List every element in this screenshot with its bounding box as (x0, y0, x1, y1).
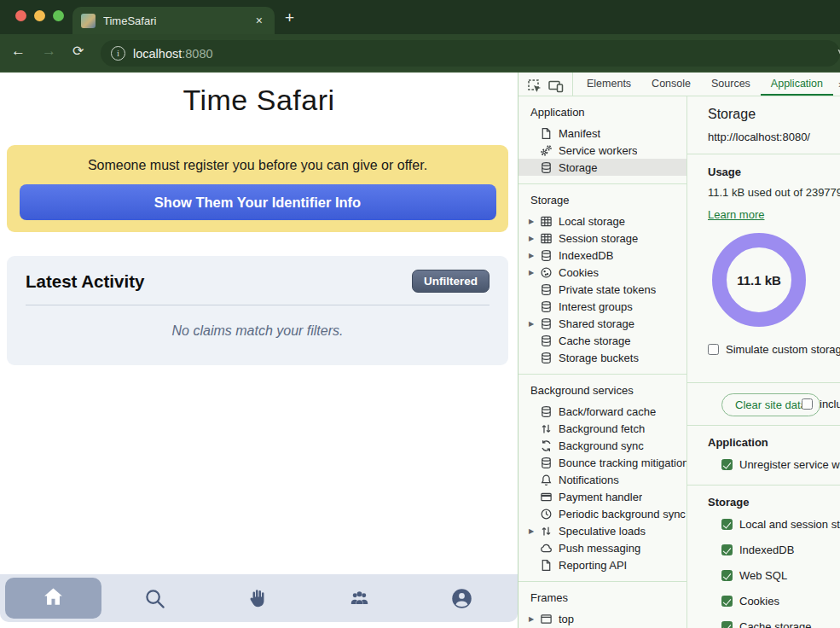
nav-item-people[interactable] (335, 574, 383, 622)
expander-icon[interactable]: ▶ (529, 615, 538, 623)
nav-item-search[interactable] (130, 574, 178, 622)
tab-close-icon[interactable]: × (252, 14, 266, 27)
sidebar-item-cache-storage[interactable]: Cache storage (518, 332, 686, 349)
cookie-icon (540, 266, 553, 279)
sidebar-item-background-sync[interactable]: Background sync (518, 437, 686, 454)
hand-icon (246, 587, 269, 610)
pane-origin: http://localhost:8080/ (708, 131, 810, 143)
empty-state-text: No claims match your filters. (7, 323, 508, 339)
checkbox-row-web-sql[interactable]: Web SQL (721, 569, 787, 582)
checkbox-checked[interactable] (721, 519, 733, 530)
alert-text: Someone must register you before you can… (7, 158, 508, 173)
checkbox-label: Cache storage (739, 620, 812, 628)
checkbox-row-local-and-session-storage[interactable]: Local and session storage (721, 518, 840, 531)
minimize-window-button[interactable] (34, 10, 45, 21)
device-toolbar-icon[interactable] (547, 78, 565, 95)
sidebar-item-bounce-tracking-mitigations[interactable]: Bounce tracking mitigations (518, 454, 686, 471)
sidebar-item-service-workers[interactable]: Service workers (518, 142, 686, 159)
simulate-storage-checkbox-row[interactable]: Simulate custom storage (708, 343, 840, 356)
sidebar-section-background-services: Background servicesBack/forward cacheBac… (518, 374, 686, 581)
sidebar-item-label: Background fetch (559, 422, 645, 435)
checkbox-checked[interactable] (721, 544, 733, 555)
expander-icon[interactable]: ▶ (529, 235, 538, 242)
checkbox-unchecked[interactable] (708, 344, 719, 355)
nav-item-person[interactable] (437, 574, 485, 622)
devtools-tab-application[interactable]: Application (761, 73, 833, 96)
sidebar-item-top[interactable]: ▶top (518, 610, 686, 627)
more-tabs-icon[interactable]: › (833, 73, 840, 96)
db-icon (540, 405, 553, 418)
new-tab-button[interactable]: + (285, 9, 294, 27)
devtools-tab-sources[interactable]: Sources (701, 73, 761, 96)
sidebar-item-payment-handler[interactable]: Payment handler (518, 488, 686, 505)
checkbox-checked[interactable] (721, 596, 733, 607)
address-bar[interactable]: i localhost :8080 (101, 40, 840, 67)
third-party-cookies-checkbox-row[interactable]: including third-party cookies (802, 398, 840, 410)
sidebar-section-frames: Frames▶top (518, 581, 686, 628)
checkbox-checked[interactable] (721, 570, 733, 581)
checkbox-checked[interactable] (721, 459, 733, 470)
sidebar-item-manifest[interactable]: Manifest (518, 125, 686, 142)
sidebar-item-label: Push messaging (559, 542, 640, 555)
expander-icon[interactable]: ▶ (529, 320, 538, 328)
close-window-button[interactable] (15, 10, 26, 21)
checkbox-checked[interactable] (721, 621, 733, 628)
bell-icon (540, 474, 553, 486)
doc-icon (540, 559, 553, 572)
sidebar-item-shared-storage[interactable]: ▶Shared storage (518, 315, 686, 332)
db-icon (540, 283, 553, 296)
devtools-tabbar: ElementsConsoleSourcesApplication › (518, 73, 840, 96)
sidebar-item-storage-buckets[interactable]: Storage buckets (518, 349, 686, 366)
checkbox-label: Web SQL (739, 569, 787, 582)
browser-tab[interactable]: TimeSafari × (72, 7, 275, 34)
url-host: localhost (133, 47, 182, 61)
sidebar-item-push-messaging[interactable]: Push messaging (518, 539, 686, 556)
checkbox-row-unregister-service-workers[interactable]: Unregister service workers (721, 458, 840, 471)
sidebar-item-speculative-loads[interactable]: ▶Speculative loads (518, 522, 686, 539)
expander-icon[interactable]: ▶ (529, 527, 538, 535)
updown-icon (540, 525, 553, 538)
sidebar-item-interest-groups[interactable]: Interest groups (518, 298, 686, 315)
sidebar-item-back-forward-cache[interactable]: Back/forward cache (518, 403, 686, 420)
expander-icon[interactable]: ▶ (529, 218, 538, 225)
sidebar-item-private-state-tokens[interactable]: Private state tokens (518, 281, 686, 298)
sidebar-item-notifications[interactable]: Notifications (518, 471, 686, 488)
devtools-tab-elements[interactable]: Elements (576, 73, 641, 96)
sidebar-item-cookies[interactable]: ▶Cookies (518, 264, 686, 281)
expander-icon[interactable]: ▶ (529, 252, 538, 259)
cloud-icon (540, 542, 553, 555)
sidebar-item-background-fetch[interactable]: Background fetch (518, 420, 686, 437)
sidebar-item-reporting-api[interactable]: Reporting API (518, 556, 686, 573)
sidebar-section-application: ApplicationManifestService workersStorag… (518, 96, 686, 183)
maximize-window-button[interactable] (53, 10, 64, 21)
divider (687, 154, 840, 154)
site-info-icon[interactable]: i (111, 46, 125, 61)
sidebar-item-storage[interactable]: Storage (518, 159, 686, 176)
checkbox-row-cookies[interactable]: Cookies (721, 595, 779, 608)
tab-favicon-icon (81, 14, 96, 28)
inspect-element-icon[interactable] (526, 78, 543, 95)
sidebar-item-local-storage[interactable]: ▶Local storage (518, 212, 686, 230)
sidebar-item-periodic-background-sync[interactable]: Periodic background sync (518, 505, 686, 522)
nav-item-hand[interactable] (233, 574, 281, 622)
clock-icon (540, 508, 553, 520)
card-icon (540, 491, 553, 503)
sidebar-item-label: top (559, 613, 574, 625)
unfiltered-badge[interactable]: Unfiltered (412, 270, 490, 293)
back-button[interactable]: ← (11, 43, 26, 60)
sidebar-item-session-storage[interactable]: ▶Session storage (518, 230, 686, 247)
expander-icon[interactable]: ▶ (529, 269, 538, 276)
browser-tabstrip: TimeSafari × + (0, 0, 840, 34)
sidebar-item-label: Background sync (559, 439, 644, 452)
usage-header: Usage (708, 166, 741, 178)
checkbox-row-indexeddb[interactable]: IndexedDB (721, 544, 794, 556)
learn-more-link[interactable]: Learn more (708, 208, 764, 221)
devtools-tab-console[interactable]: Console (641, 73, 701, 96)
reload-button[interactable]: ⟳ (72, 43, 84, 59)
latest-activity-title: Latest Activity (26, 271, 144, 292)
checkbox-unchecked[interactable] (802, 398, 813, 410)
sidebar-item-indexeddb[interactable]: ▶IndexedDB (518, 247, 686, 264)
checkbox-row-cache-storage[interactable]: Cache storage (721, 620, 812, 628)
nav-item-home-active[interactable] (5, 578, 101, 619)
show-identifier-info-button[interactable]: Show Them Your Identifier Info (20, 184, 496, 220)
